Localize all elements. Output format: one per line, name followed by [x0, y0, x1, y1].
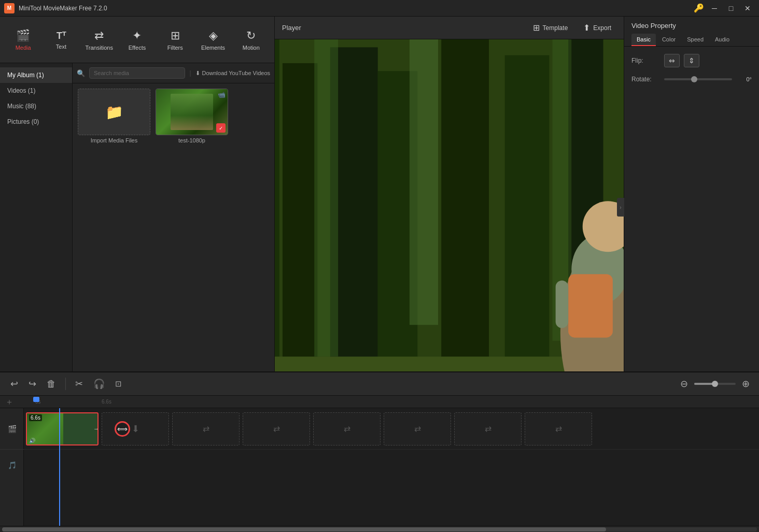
sidebar-item-music[interactable]: Music (88): [0, 98, 72, 114]
template-button[interactable]: ⊞ Template: [528, 20, 573, 36]
toolbar-media[interactable]: 🎬 Media: [5, 21, 41, 59]
zoom-in-button[interactable]: ⊕: [740, 376, 752, 392]
clip-resize-right[interactable]: →: [94, 413, 99, 444]
export-icon: ⬆: [583, 23, 590, 33]
music-track-icon: 🎵: [8, 461, 17, 469]
transition-slot-3[interactable]: ⇄: [243, 412, 310, 445]
rotate-value: 0°: [736, 76, 752, 82]
toolbar-media-label: Media: [16, 45, 31, 51]
cut-button[interactable]: ✂: [72, 376, 86, 392]
timeline-scrollbar[interactable]: [0, 526, 759, 532]
sidebar-item-pictures[interactable]: Pictures (0): [0, 114, 72, 130]
flip-row: Flip: ⇔ ⇕: [631, 54, 752, 67]
download-icon: ⬇: [195, 70, 200, 77]
folder-icon: 📁: [105, 104, 123, 121]
maximize-button[interactable]: □: [724, 3, 738, 14]
minimize-button[interactable]: ─: [707, 3, 722, 14]
tab-audio[interactable]: Audio: [710, 34, 735, 46]
track-content: 6.6s 🔊 → ⟺ ⬇ ⇄: [24, 408, 759, 526]
transition-slot-6[interactable]: ⇄: [454, 412, 522, 445]
player-label: Player: [282, 24, 301, 32]
track-labels: 🎬 🎵: [0, 408, 24, 526]
crop-button[interactable]: ⊡: [112, 377, 125, 391]
check-badge: ✓: [216, 123, 226, 133]
video-label: test-1080p: [178, 137, 205, 143]
template-icon: ⊞: [533, 23, 540, 33]
zoom-slider[interactable]: [694, 383, 736, 385]
properties-header: Video Property Basic Color Speed Audio: [624, 17, 759, 47]
video-clip[interactable]: 6.6s 🔊 →: [26, 412, 99, 445]
key-icon: 🔑: [694, 3, 704, 13]
toolbar-effects[interactable]: ✦ Effects: [119, 21, 155, 59]
search-input[interactable]: [89, 67, 185, 79]
music-track-row: [24, 450, 759, 481]
timeline-tracks: 🎬 🎵 6.6s 🔊: [0, 408, 759, 526]
clip-duration-label: 6.6s: [29, 414, 42, 421]
toolbar-transitions[interactable]: ⇄ Transitions: [81, 21, 117, 59]
properties-title: Video Property: [631, 22, 752, 30]
video-track-row: 6.6s 🔊 → ⟺ ⬇ ⇄: [24, 408, 759, 450]
zoom-out-button[interactable]: ⊖: [678, 376, 690, 392]
transition-slot-2[interactable]: ⇄: [172, 412, 240, 445]
flip-horizontal-button[interactable]: ⇔: [664, 54, 680, 67]
transition-slot-7[interactable]: ⇄: [525, 412, 592, 445]
timeline-header: ＋ 0s 6.6s: [0, 396, 759, 408]
transition-slot-4[interactable]: ⇄: [313, 412, 381, 445]
toolbar-elements[interactable]: ◈ Elements: [195, 21, 231, 59]
tab-speed[interactable]: Speed: [682, 34, 709, 46]
rotate-row: Rotate: 0°: [631, 76, 752, 83]
transition-slot-5[interactable]: ⇄: [384, 412, 451, 445]
text-icon: Tᵀ: [57, 30, 66, 41]
time-marker-6s: 6.6s: [102, 399, 111, 405]
toolbar-effects-label: Effects: [129, 45, 146, 51]
rotate-slider[interactable]: [664, 78, 732, 80]
toolbar-motion[interactable]: ↻ Motion: [233, 21, 269, 59]
add-track-button[interactable]: ＋: [5, 396, 13, 407]
app-title: MiniTool MovieMaker Free 7.2.0: [19, 5, 694, 12]
properties-tabs: Basic Color Speed Audio: [631, 34, 752, 46]
close-button[interactable]: ✕: [740, 3, 755, 14]
toolbar-filters-label: Filters: [167, 45, 183, 51]
flip-vertical-button[interactable]: ⇕: [684, 54, 699, 67]
swap-icon-6: ⇄: [555, 424, 562, 434]
tab-color[interactable]: Color: [657, 34, 681, 46]
zoom-handle[interactable]: [712, 381, 718, 387]
swap-icon-1: ⇄: [203, 424, 209, 434]
undo-button[interactable]: ↩: [7, 376, 21, 392]
redo-button[interactable]: ↪: [25, 376, 39, 392]
svg-rect-17: [410, 39, 438, 325]
video-track-label: 🎬: [0, 408, 24, 450]
sidebar-item-album[interactable]: My Album (1): [0, 67, 72, 83]
transition-slot-1[interactable]: ⬇: [102, 412, 169, 445]
toolbar-text[interactable]: Tᵀ Text: [43, 21, 79, 59]
audio-button[interactable]: 🎧: [90, 376, 108, 392]
scrollbar-track: [2, 527, 757, 531]
clip-audio-icon: 🔊: [29, 438, 35, 443]
motion-icon: ↻: [246, 29, 256, 42]
import-media-tile[interactable]: 📁 Import Media Files: [78, 89, 150, 143]
effects-icon: ✦: [132, 29, 142, 42]
filters-icon: ⊞: [171, 29, 180, 42]
download-youtube-button[interactable]: ⬇ Download YouTube Videos: [195, 70, 271, 77]
toolbar-filters[interactable]: ⊞ Filters: [157, 21, 193, 59]
download-slot-icon: ⬇: [132, 423, 139, 435]
bottom-section: ↩ ↪ 🗑 ✂ 🎧 ⊡ ⊖ ⊕ ＋ 0s 6.6s 🎬: [0, 371, 759, 532]
scrollbar-thumb[interactable]: [2, 527, 606, 531]
app-icon: M: [4, 3, 15, 13]
titlebar: M MiniTool MovieMaker Free 7.2.0 🔑 ─ □ ✕: [0, 0, 759, 17]
export-button[interactable]: ⬆ Export: [578, 20, 616, 36]
import-label: Import Media Files: [91, 137, 137, 143]
swap-icon-2: ⇄: [273, 424, 280, 434]
video-media-tile[interactable]: 📹 ✓ test-1080p: [156, 89, 228, 143]
tab-basic[interactable]: Basic: [631, 34, 656, 46]
camera-badge-icon: 📹: [218, 91, 226, 98]
sidebar-item-videos[interactable]: Videos (1): [0, 83, 72, 98]
playhead-top[interactable]: [33, 397, 39, 402]
timeline: ＋ 0s 6.6s 🎬 🎵: [0, 396, 759, 532]
toolbar-separator: [65, 378, 66, 390]
toolbar-elements-label: Elements: [201, 45, 225, 51]
delete-button[interactable]: 🗑: [44, 377, 59, 392]
rotate-handle[interactable]: [691, 76, 697, 82]
swap-icon-3: ⇄: [344, 424, 350, 434]
collapse-panel-handle[interactable]: ›: [617, 198, 624, 217]
